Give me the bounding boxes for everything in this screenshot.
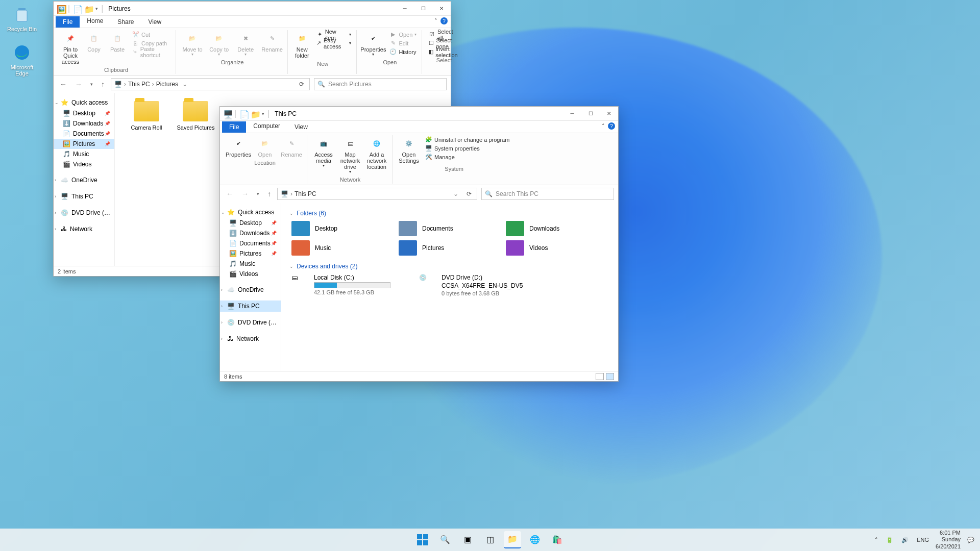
nav-dvd[interactable]: ›💿DVD Drive (D:) CCSA <box>54 207 114 218</box>
nav-item-music[interactable]: 🎵Music <box>54 149 114 159</box>
folder-documents[interactable]: Documents <box>397 219 488 238</box>
drive-dvd-d[interactable]: 💿 DVD Drive (D:) CCSA_X64FRE_EN-US_DV5 0… <box>417 272 529 298</box>
breadcrumb-root[interactable]: This PC <box>128 81 150 88</box>
ribbon-collapse-icon[interactable]: ˄ <box>602 123 605 130</box>
folder-pictures[interactable]: Pictures <box>397 238 488 258</box>
address-dropdown[interactable]: ⌄ <box>451 190 460 197</box>
tab-file[interactable]: File <box>222 121 246 133</box>
folder-videos[interactable]: Videos <box>504 238 596 258</box>
refresh-button[interactable]: ⟳ <box>464 190 474 197</box>
battery-icon[interactable]: 🔋 <box>885 537 895 543</box>
move-to-button[interactable]: 📂Move to▾ <box>180 30 205 58</box>
nav-dvd[interactable]: ›💿DVD Drive (D:) CCSA <box>220 317 281 328</box>
edge-button[interactable]: 🌐 <box>526 531 544 548</box>
recent-dropdown[interactable]: ▾ <box>88 81 95 88</box>
history-button[interactable]: 🕘History <box>387 47 419 56</box>
up-button[interactable]: ↑ <box>99 79 107 89</box>
back-button[interactable]: ← <box>224 189 235 199</box>
nav-item-videos[interactable]: 🎬Videos <box>220 269 281 279</box>
tab-home[interactable]: Home <box>80 15 110 28</box>
file-explorer-button[interactable]: 📁 <box>504 531 521 548</box>
breadcrumb-root[interactable]: This PC <box>295 190 316 197</box>
folder-desktop[interactable]: Desktop <box>289 219 381 238</box>
nav-this-pc[interactable]: ›🖥️This PC <box>220 300 281 312</box>
cut-button[interactable]: ✂️Cut <box>130 30 173 39</box>
copy-to-button[interactable]: 📂Copy to▾ <box>207 30 231 58</box>
refresh-button[interactable]: ⟳ <box>297 81 306 88</box>
nav-this-pc[interactable]: ›🖥️This PC <box>54 191 114 202</box>
pin-to-quick-access-button[interactable]: 📌Pin to Quick access <box>60 30 81 66</box>
search-box[interactable]: 🔍 Search This PC <box>481 188 614 200</box>
drive-local-disk-c[interactable]: 🖴 Local Disk (C:) 42.1 GB free of 59.3 G… <box>289 272 402 298</box>
maximize-button[interactable]: ☐ <box>581 107 600 121</box>
forward-button[interactable]: → <box>73 79 84 89</box>
nav-quick-access[interactable]: ⌄⭐Quick access <box>54 97 114 108</box>
access-media-button[interactable]: 📺Access media▾ <box>311 135 336 169</box>
large-icons-view-button[interactable] <box>606 373 614 380</box>
new-folder-button[interactable]: 📁New folder <box>292 30 312 60</box>
rename-button[interactable]: ✎Rename <box>279 135 304 159</box>
copy-button[interactable]: 📋Copy <box>83 30 105 54</box>
open-button[interactable]: ▶Open ▾ <box>387 30 419 39</box>
search-box[interactable]: 🔍 Search Pictures <box>314 78 447 90</box>
help-icon[interactable]: ? <box>440 17 448 24</box>
start-button[interactable] <box>414 531 431 548</box>
notifications-button[interactable]: 💬 <box>966 537 976 543</box>
nav-item-downloads[interactable]: ⬇️Downloads📌 <box>220 228 281 238</box>
close-button[interactable]: ✕ <box>432 2 451 16</box>
nav-item-documents[interactable]: 📄Documents📌 <box>54 129 114 139</box>
folder-camera-roll[interactable]: Camera Roll <box>126 101 167 131</box>
nav-network[interactable]: ›🖧Network <box>54 223 114 235</box>
help-icon[interactable]: ? <box>608 122 615 130</box>
address-bar[interactable]: 🖥️ › This PC › Pictures ⌄ ⟳ <box>111 78 310 90</box>
open-button[interactable]: 📂Open <box>253 135 277 159</box>
ribbon-collapse-icon[interactable]: ˄ <box>434 18 437 24</box>
content-pane[interactable]: ⌄Folders (6) DesktopDocumentsDownloadsMu… <box>281 203 618 371</box>
store-button[interactable]: 🛍️ <box>549 531 566 548</box>
folder-music[interactable]: Music <box>289 238 381 258</box>
nav-onedrive[interactable]: ›☁️OneDrive <box>220 284 281 295</box>
uninstall-button[interactable]: 🧩Uninstall or change a program <box>423 135 511 144</box>
minimize-button[interactable]: ─ <box>563 107 581 121</box>
nav-item-downloads[interactable]: ⬇️Downloads📌 <box>54 118 114 129</box>
tab-view[interactable]: View <box>141 16 168 28</box>
edit-button[interactable]: ✎Edit <box>387 39 419 47</box>
nav-item-videos[interactable]: 🎬Videos <box>54 159 114 169</box>
breadcrumb-leaf[interactable]: Pictures <box>156 81 178 88</box>
recent-dropdown[interactable]: ▾ <box>255 190 261 197</box>
maximize-button[interactable]: ☐ <box>414 2 432 16</box>
address-dropdown[interactable]: ⌄ <box>180 81 189 88</box>
language-indicator[interactable]: ENG <box>915 537 930 543</box>
nav-item-music[interactable]: 🎵Music <box>220 259 281 269</box>
up-button[interactable]: ↑ <box>265 189 273 199</box>
invert-selection-button[interactable]: ◧Invert selection <box>426 47 461 56</box>
section-folders[interactable]: ⌄Folders (6) <box>289 210 610 217</box>
delete-button[interactable]: ✖Delete▾ <box>233 30 258 58</box>
titlebar[interactable]: 🖼️ | 📄 📁 ▾ | Pictures ─ ☐ ✕ <box>54 2 451 16</box>
close-button[interactable]: ✕ <box>600 107 618 121</box>
nav-item-pictures[interactable]: 🖼️Pictures📌 <box>220 248 281 259</box>
paste-button[interactable]: 📋Paste <box>107 30 128 54</box>
tab-share[interactable]: Share <box>110 16 141 28</box>
search-button[interactable]: 🔍 <box>436 531 454 548</box>
tab-file[interactable]: File <box>56 16 80 28</box>
tab-view[interactable]: View <box>287 121 315 133</box>
address-bar[interactable]: 🖥️ › This PC ⌄ ⟳ <box>277 188 477 200</box>
nav-item-desktop[interactable]: 🖥️Desktop📌 <box>220 218 281 228</box>
widgets-button[interactable]: ◫ <box>481 531 499 548</box>
properties-button[interactable]: ✔Properties <box>226 135 251 159</box>
manage-button[interactable]: 🛠️Manage <box>423 153 511 161</box>
nav-network[interactable]: ›🖧Network <box>220 333 281 344</box>
nav-item-desktop[interactable]: 🖥️Desktop📌 <box>54 108 114 118</box>
volume-icon[interactable]: 🔊 <box>900 537 910 543</box>
rename-button[interactable]: ✎Rename <box>260 30 284 54</box>
add-network-location-button[interactable]: 🌐Add a network location <box>364 135 389 171</box>
qat-props-icon[interactable]: 📄 <box>73 5 81 13</box>
edge[interactable]: Microsoft Edge <box>4 42 40 77</box>
tray-overflow-button[interactable]: ˄ <box>873 537 879 543</box>
paste-shortcut-button[interactable]: ⤷Paste shortcut <box>130 47 173 56</box>
back-button[interactable]: ← <box>58 79 69 89</box>
properties-button[interactable]: ✔Properties▾ <box>361 30 385 58</box>
nav-quick-access[interactable]: ⌄⭐Quick access <box>220 207 281 218</box>
tab-computer[interactable]: Computer <box>246 120 287 133</box>
